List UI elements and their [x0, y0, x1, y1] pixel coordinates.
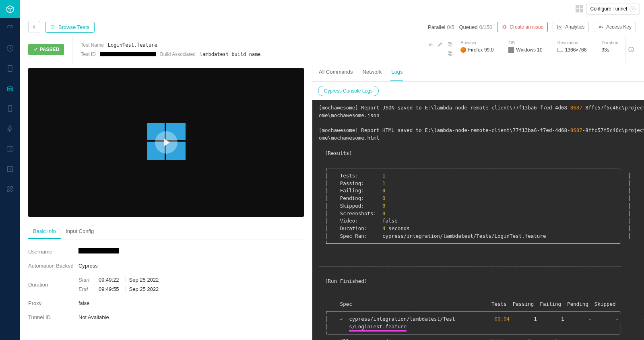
svg-rect-9	[11, 187, 12, 188]
browse-tests-button[interactable]: Browse Tests	[45, 22, 95, 33]
configure-tunnel-label: Configure Tunnel	[590, 6, 627, 12]
test-name-value: LoginTest.feature	[108, 42, 157, 48]
sidebar-item-realtime[interactable]	[0, 58, 20, 78]
brand-logo	[0, 0, 20, 18]
sidebar-item-automation[interactable]	[0, 78, 20, 99]
svg-point-8	[8, 187, 9, 188]
svg-point-12	[503, 26, 506, 28]
svg-point-3	[8, 89, 10, 90]
sidebar-item-dashboard[interactable]	[0, 18, 20, 38]
sidebar-item-performance[interactable]	[0, 119, 20, 139]
firefox-icon	[460, 47, 466, 53]
test-info-row: PASSED Test Name LoginTest.feature Test …	[20, 36, 644, 63]
configure-tunnel-button[interactable]: Configure Tunnel ?	[586, 4, 640, 14]
svg-rect-2	[7, 87, 12, 91]
env-os: OS Windows 10	[501, 36, 550, 63]
username-redacted	[78, 248, 119, 253]
copy-icon[interactable]	[447, 51, 453, 58]
edit-icon[interactable]	[438, 41, 443, 48]
env-duration: Duration 33s	[594, 36, 625, 63]
video-player[interactable]	[28, 68, 304, 217]
env-browser: Browser Firefox 99.0	[453, 36, 501, 63]
console-output[interactable]: [mochawesome] Report JSON saved to E:\la…	[312, 100, 644, 340]
env-resolution: Resolution 1366×768	[550, 36, 594, 63]
svg-rect-16	[449, 53, 452, 56]
svg-rect-10	[8, 190, 9, 192]
test-id-label: Test ID	[80, 52, 95, 57]
svg-rect-5	[8, 106, 12, 112]
help-icon: ?	[630, 6, 636, 12]
right-tabs: All Commands Network Logs	[312, 63, 644, 82]
basic-info: Username Automation Backed Cypress Durat…	[28, 239, 304, 329]
parallel-stat: Parallel0/5	[428, 24, 454, 30]
info-icon[interactable]	[625, 36, 636, 63]
left-pane: Basic Info Input Config Username Automat…	[20, 63, 312, 340]
tab-input-config[interactable]: Input Config	[61, 224, 99, 239]
tab-logs[interactable]: Logs	[390, 63, 403, 81]
right-pane: All Commands Network Logs Cypress Consol…	[312, 63, 644, 340]
svg-point-13	[599, 26, 601, 28]
sidebar-item-add[interactable]	[0, 159, 20, 179]
queued-stat: Queued0/150	[459, 24, 492, 30]
sidebar-item-history[interactable]	[0, 38, 20, 58]
build-value: lambdatest_build_name	[200, 52, 261, 57]
sidebar-item-integrations[interactable]	[0, 179, 20, 199]
svg-rect-14	[449, 43, 452, 46]
left-tabs: Basic Info Input Config	[28, 224, 304, 239]
apps-icon[interactable]	[576, 5, 583, 12]
sidebar-item-screenshot[interactable]	[0, 139, 20, 159]
cypress-console-logs-button[interactable]: Cypress Console Logs	[318, 86, 379, 96]
sidebar	[0, 0, 20, 340]
create-issue-button[interactable]: Create an issue	[497, 22, 548, 32]
sidebar-item-device[interactable]	[0, 99, 20, 119]
test-header: Browse Tests Parallel0/5 Queued0/150 Cre…	[20, 18, 644, 36]
svg-point-4	[10, 89, 12, 90]
back-button[interactable]	[28, 21, 40, 33]
svg-point-11	[11, 190, 12, 192]
build-label: Build Associated	[160, 52, 196, 57]
windows-icon	[508, 47, 514, 53]
access-key-button[interactable]: Access Key	[594, 22, 636, 32]
share-icon[interactable]	[428, 41, 433, 48]
tab-network[interactable]: Network	[362, 63, 383, 81]
status-badge: PASSED	[28, 44, 64, 55]
test-name-label: Test Name	[80, 42, 103, 48]
copy-icon[interactable]	[447, 41, 453, 48]
topbar: Configure Tunnel ?	[20, 0, 644, 18]
browse-tests-label: Browse Tests	[58, 24, 89, 30]
svg-rect-15	[448, 42, 451, 45]
screen-icon	[557, 48, 563, 52]
tab-all-commands[interactable]: All Commands	[318, 63, 354, 81]
tab-basic-info[interactable]: Basic Info	[28, 224, 61, 239]
play-icon	[155, 131, 178, 154]
analytics-button[interactable]: Analytics	[553, 22, 589, 32]
test-id-redacted	[100, 52, 156, 56]
svg-rect-17	[448, 52, 451, 54]
